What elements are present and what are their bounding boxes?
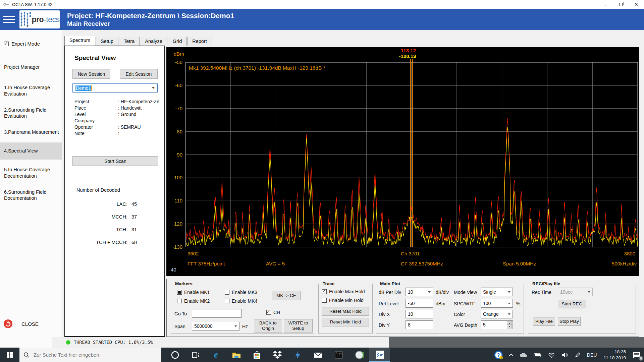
- volume-icon[interactable]: [558, 348, 572, 362]
- enable-mk2-checkbox[interactable]: Enable MK2: [177, 298, 210, 304]
- start-button[interactable]: [0, 348, 19, 362]
- y-tick-label: -70: [175, 106, 182, 111]
- close-button[interactable]: ×: [629, 0, 644, 9]
- close-app-button[interactable]: CLOSE: [3, 319, 39, 328]
- help-tray-icon[interactable]: ?i: [491, 348, 506, 362]
- sidebar-item-panorama-measurement[interactable]: 3.Panorama Mesurement: [0, 126, 62, 138]
- info-label: Level: [74, 111, 118, 118]
- avg-depth-label: AVG Depth: [454, 322, 477, 328]
- tab-setup[interactable]: Setup: [96, 37, 118, 46]
- decoded-label: LAC:: [117, 201, 127, 207]
- start-scan-button[interactable]: Start Scan: [72, 156, 158, 166]
- stop-play-button[interactable]: Stop Play: [558, 317, 581, 326]
- search-input[interactable]: [33, 352, 147, 358]
- session-select[interactable]: Demo1: [72, 83, 158, 93]
- task-view-icon[interactable]: [185, 348, 206, 362]
- anyconnect-icon[interactable]: [349, 348, 369, 362]
- chevron-down-icon: [508, 313, 511, 315]
- sidebar-item-in-house-coverage-evaluation[interactable]: 1.In House Coverage Evaluation: [0, 82, 62, 100]
- octa-app-taskbar-button[interactable]: [369, 348, 390, 362]
- db-per-div-select[interactable]: 10: [406, 288, 433, 296]
- pen-workspace-icon[interactable]: [572, 348, 584, 362]
- tab-report[interactable]: Report: [187, 37, 212, 46]
- stepper-arrows[interactable]: ▲▼: [507, 321, 512, 328]
- ref-level-input[interactable]: -50: [406, 299, 433, 308]
- tab-spectrum[interactable]: Spectrum: [64, 36, 95, 46]
- edit-session-button[interactable]: Edit Session: [120, 69, 158, 79]
- expert-mode-checkbox[interactable]: [4, 42, 9, 46]
- mode-view-select[interactable]: Single: [481, 288, 513, 296]
- span-select[interactable]: 5000000: [192, 322, 239, 330]
- action-center-icon[interactable]: 6: [629, 348, 644, 362]
- enable-min-hold-checkbox[interactable]: Enable Min Hold: [322, 298, 364, 303]
- info-label: Place: [74, 105, 118, 111]
- goto-input[interactable]: [192, 309, 241, 318]
- mk-to-cf-button[interactable]: MK -> CF: [272, 291, 301, 300]
- reset-max-hold-button[interactable]: Reset Max Hold: [322, 307, 369, 316]
- session-select-value: Demo1: [75, 85, 92, 91]
- chevron-down-icon: [234, 325, 237, 327]
- div-x-input[interactable]: 10: [406, 310, 433, 318]
- sidebar-item-spectral-view[interactable]: 4.Spectral View: [0, 142, 62, 160]
- back-to-origin-button[interactable]: BACK to Origin: [254, 319, 282, 333]
- ch-checkbox[interactable]: CH: [266, 310, 280, 315]
- y-tick-label: -100: [172, 175, 182, 180]
- minimize-button[interactable]: –: [598, 0, 613, 9]
- start-rec-button[interactable]: Start REC: [558, 300, 586, 308]
- enable-max-hold-checkbox[interactable]: Enable Max Hold: [322, 289, 365, 294]
- mail-icon[interactable]: [308, 348, 328, 362]
- wifi-icon[interactable]: [545, 348, 558, 362]
- spc-wtf-select[interactable]: 100: [481, 299, 513, 308]
- tab-tetra[interactable]: Tetra: [119, 37, 140, 46]
- file-explorer-icon[interactable]: [226, 348, 247, 362]
- div-y-label: Div Y: [379, 322, 390, 328]
- dropbox-icon[interactable]: [267, 348, 287, 362]
- div-y-input[interactable]: 8: [406, 320, 433, 329]
- tray-expand-chevron-icon[interactable]: [506, 348, 517, 362]
- tab-strip: Spectrum Setup Tetra Analyze Grid Report: [64, 36, 212, 46]
- corner-label: -40: [169, 267, 176, 273]
- tab-grid[interactable]: Grid: [168, 37, 187, 46]
- rec-time-label: Rec Time: [532, 290, 551, 295]
- avg-depth-stepper[interactable]: 5 ▲▼: [481, 320, 513, 329]
- microsoft-store-icon[interactable]: [247, 348, 267, 362]
- expert-mode-toggle[interactable]: Expert Mode: [4, 41, 62, 47]
- taskbar-search[interactable]: [19, 348, 161, 362]
- enable-mk3-checkbox[interactable]: Enable MK3: [225, 290, 257, 295]
- rec-time-select[interactable]: 10sec: [558, 288, 593, 296]
- onedrive-icon[interactable]: [517, 348, 531, 362]
- div-x-label: Div X: [379, 312, 390, 317]
- language-indicator[interactable]: DEU: [584, 352, 600, 358]
- trace-group: Trace Enable Max Hold Enable Min Hold Re…: [318, 284, 373, 334]
- marker-max-value: -113.12: [399, 48, 416, 53]
- cortana-icon[interactable]: [165, 348, 185, 362]
- color-select[interactable]: Orange: [481, 310, 513, 318]
- reset-min-hold-button[interactable]: Reset Min Hold: [322, 318, 369, 326]
- svg-text:?: ?: [497, 352, 500, 358]
- x-label-left: 3602: [187, 251, 199, 256]
- play-file-button[interactable]: Play File: [533, 317, 555, 326]
- restore-button[interactable]: [613, 0, 629, 9]
- ref-level-unit: dBm: [436, 301, 445, 306]
- edge-browser-icon[interactable]: e: [206, 348, 226, 362]
- lightning-app-icon[interactable]: [287, 348, 308, 362]
- sidebar-item-in-house-coverage-documentation[interactable]: 5.In House Coverage Documentation: [0, 164, 62, 182]
- sidebar-item-surrounding-field-evaluation[interactable]: 2.Surrounding Field Evaluation: [0, 104, 62, 122]
- status-text: THREAD STARTED CPU: 1.6%/3.5%: [74, 340, 153, 345]
- decoded-value: 68: [131, 240, 142, 245]
- hamburger-menu-icon[interactable]: [3, 16, 15, 23]
- battery-icon[interactable]: [531, 348, 545, 362]
- marker-cur-value: -120.13: [399, 53, 416, 59]
- terminal-icon[interactable]: C:\>_: [328, 348, 349, 362]
- sidebar-item-project-manager[interactable]: Project Manager: [0, 61, 62, 73]
- write-to-setup-button[interactable]: WRITE to Setup: [284, 319, 313, 333]
- x-label-center: Ch:3701: [401, 251, 420, 256]
- close-app-label: CLOSE: [21, 321, 39, 327]
- new-session-button[interactable]: New Session: [72, 69, 110, 79]
- sidebar-item-surrounding-field-documentation[interactable]: 6.Surrounding Field Documentation: [0, 186, 62, 204]
- spectrum-chart[interactable]: -50-60-70-80-90-100-110-120-130-113.12-1…: [166, 47, 639, 276]
- enable-mk4-checkbox[interactable]: Enable MK4: [225, 298, 257, 304]
- enable-mk1-checkbox[interactable]: Enable MK1: [177, 290, 210, 295]
- clock[interactable]: 18:26 11.10.2019: [600, 349, 629, 361]
- tab-analyze[interactable]: Analyze: [140, 37, 167, 46]
